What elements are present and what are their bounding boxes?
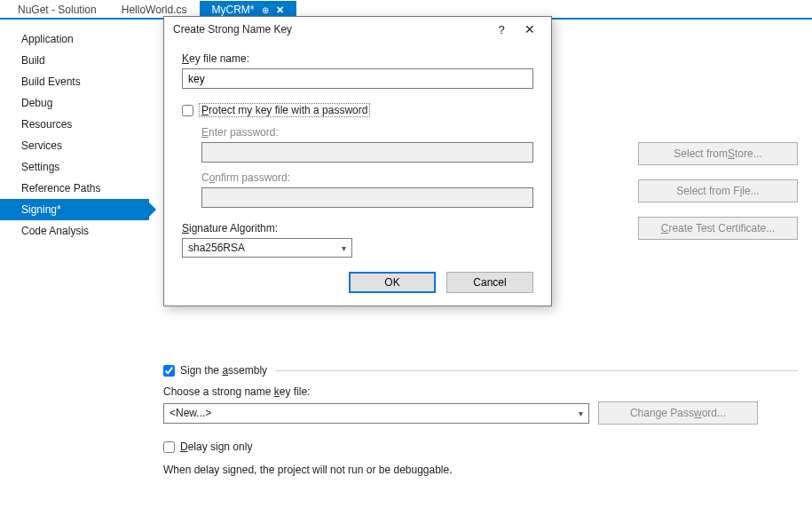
divider bbox=[276, 370, 798, 371]
tab-nuget-solution[interactable]: NuGet - Solution bbox=[5, 1, 109, 18]
project-properties-sidebar: Application Build Build Events Debug Res… bbox=[0, 20, 149, 522]
close-icon[interactable]: ✕ bbox=[516, 22, 544, 36]
choose-key-file-label: Choose a strong name key file: bbox=[163, 385, 798, 398]
sidebar-item-debug[interactable]: Debug bbox=[0, 92, 149, 114]
chevron-down-icon: ▾ bbox=[579, 409, 583, 418]
create-test-certificate-button[interactable]: Create Test Certificate... bbox=[638, 217, 798, 240]
cancel-button[interactable]: Cancel bbox=[446, 272, 533, 293]
tab-label: HelloWorld.cs bbox=[122, 4, 187, 16]
enter-password-input bbox=[201, 142, 533, 163]
strong-name-key-file-select[interactable]: <New...> ▾ bbox=[163, 403, 589, 424]
confirm-password-input bbox=[201, 187, 533, 208]
delay-sign-checkbox[interactable]: Delay sign only bbox=[163, 441, 798, 453]
protect-with-password-checkbox[interactable] bbox=[182, 105, 193, 116]
ok-button[interactable]: OK bbox=[349, 272, 436, 293]
dialog-body: Key file name: Protect my key file with … bbox=[164, 42, 551, 306]
sidebar-item-build[interactable]: Build bbox=[0, 50, 149, 71]
sign-assembly-section: Sign the assembly bbox=[163, 364, 798, 377]
tab-label: NuGet - Solution bbox=[18, 4, 97, 16]
sidebar-item-build-events[interactable]: Build Events bbox=[0, 71, 149, 92]
dialog-button-row: OK Cancel bbox=[182, 272, 533, 293]
protect-with-password-label[interactable]: Protect my key file with a password bbox=[199, 103, 370, 117]
close-icon[interactable]: ✕ bbox=[276, 4, 284, 16]
select-from-file-button[interactable]: Select from File... bbox=[638, 179, 798, 202]
confirm-password-label: Confirm password: bbox=[201, 171, 533, 184]
sidebar-item-signing[interactable]: Signing* bbox=[0, 199, 149, 220]
key-file-name-label: Key file name: bbox=[182, 52, 533, 65]
pin-icon[interactable]: ⊕ bbox=[262, 5, 269, 15]
sidebar-item-code-analysis[interactable]: Code Analysis bbox=[0, 220, 149, 242]
change-password-button[interactable]: Change Password... bbox=[598, 401, 758, 425]
tab-label: MyCRM* bbox=[212, 4, 255, 16]
protect-with-password-row: Protect my key file with a password bbox=[182, 103, 533, 117]
delay-sign-note: When delay signed, the project will not … bbox=[163, 464, 798, 476]
signature-algorithm-select[interactable]: sha256RSA ▾ bbox=[182, 238, 352, 258]
dialog-title-text: Create Strong Name Key bbox=[173, 23, 487, 36]
sidebar-item-reference-paths[interactable]: Reference Paths bbox=[0, 178, 149, 199]
sidebar-item-settings[interactable]: Settings bbox=[0, 156, 149, 178]
chevron-down-icon: ▾ bbox=[342, 243, 346, 253]
sidebar-item-resources[interactable]: Resources bbox=[0, 114, 149, 135]
sign-assembly-checkbox[interactable]: Sign the assembly bbox=[163, 364, 267, 377]
password-fields: Enter password: Confirm password: bbox=[201, 126, 533, 208]
sidebar-item-services[interactable]: Services bbox=[0, 135, 149, 156]
signature-algorithm-label: Signature Algorithm: bbox=[182, 222, 533, 234]
select-from-store-button[interactable]: Select from Store... bbox=[638, 142, 798, 165]
create-strong-name-key-dialog: Create Strong Name Key ? ✕ Key file name… bbox=[163, 16, 552, 306]
help-icon[interactable]: ? bbox=[487, 23, 516, 36]
sidebar-item-application[interactable]: Application bbox=[0, 28, 149, 50]
key-file-name-input[interactable] bbox=[182, 68, 533, 89]
enter-password-label: Enter password: bbox=[201, 126, 533, 139]
dialog-titlebar: Create Strong Name Key ? ✕ bbox=[164, 17, 551, 42]
